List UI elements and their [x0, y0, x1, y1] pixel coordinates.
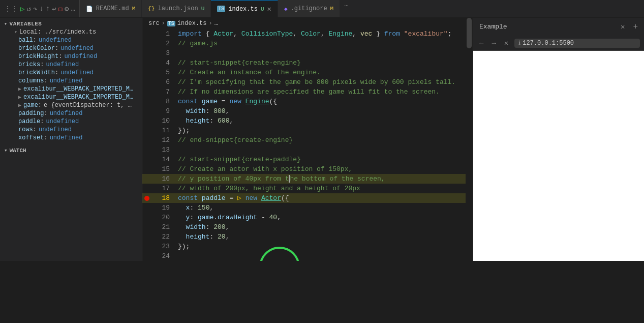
settings-icon[interactable]: ⚙ [65, 5, 69, 13]
breakpoint-area-21[interactable] [142, 222, 151, 232]
step-over-icon[interactable]: ↷ [33, 5, 37, 13]
breakpoint-area-9[interactable] [142, 106, 151, 116]
line-content-2: // game.js [176, 39, 473, 48]
code-line-17: 17 // width of 200px, height and a heigh… [142, 184, 473, 193]
line-number-24: 24 [151, 251, 176, 261]
code-line-15: 15 // Create an actor with x position of… [142, 164, 473, 174]
breadcrumb-src: src [148, 20, 160, 27]
tab-launch-json[interactable]: {} launch.json U [142, 0, 211, 17]
code-line-10: 10 height: 600, [142, 116, 473, 126]
preview-close-button[interactable]: ✕ [621, 22, 625, 31]
breakpoint-area-19[interactable] [142, 203, 151, 213]
var-excalibur2[interactable]: ▶ excalibur__WEBPACK_IMPORTED_M… [0, 93, 142, 101]
more-actions-icon[interactable]: … [71, 5, 75, 13]
breakpoint-area-14[interactable] [142, 155, 151, 164]
back-button[interactable]: ← [477, 38, 485, 48]
json-file-icon: {} [148, 6, 155, 12]
line-number-5: 5 [151, 68, 176, 77]
tab-readme-label: README.md [96, 5, 129, 12]
var-excalibur1[interactable]: ▶ excalibur__WEBPACK_IMPORTED_M… [0, 85, 142, 93]
breakpoint-area-7[interactable] [142, 87, 151, 97]
line-content-3 [176, 48, 473, 58]
watch-header[interactable]: ▾ WATCH [0, 146, 142, 155]
code-line-12: 12 // end-snippet{create-engine} [142, 135, 473, 145]
var-game[interactable]: ▶ game: e {eventDispatcher: t, … [0, 101, 142, 109]
preview-add-button[interactable]: + [633, 22, 638, 32]
var-columns[interactable]: columns: undefined [0, 77, 142, 85]
breakpoint-area-10[interactable] [142, 116, 151, 126]
breakpoint-area-24[interactable] [142, 251, 151, 261]
breakpoint-area-3[interactable] [142, 48, 151, 58]
breakpoint-area-20[interactable] [142, 213, 151, 222]
forward-button[interactable]: → [489, 38, 498, 48]
var-brickColor[interactable]: brickColor: undefined [0, 44, 142, 52]
breakpoint-dot-18 [144, 196, 149, 201]
line-number-9: 9 [151, 106, 176, 116]
var-bricks[interactable]: bricks: undefined [0, 61, 142, 69]
var-ball[interactable]: ball: undefined [0, 36, 142, 44]
breakpoint-area-12[interactable] [142, 135, 151, 145]
variables-header[interactable]: ▾ VARIABLES [0, 20, 142, 28]
tab-index-ts[interactable]: TS index.ts U ✕ [211, 0, 278, 17]
breakpoint-area-1[interactable] [142, 29, 151, 39]
breakpoint-area-13[interactable] [142, 145, 151, 155]
line-content-22: height: 20, [176, 232, 473, 242]
var-rows[interactable]: rows: undefined [0, 126, 142, 134]
readme-file-icon: 📄 [86, 6, 93, 12]
editor-scrollbar[interactable] [466, 18, 473, 261]
code-line-23: 23 }); [142, 242, 473, 251]
step-out-icon[interactable]: ↑ [46, 5, 50, 13]
url-bar[interactable]: ℹ 127.0.0.1:5500 [514, 39, 640, 48]
breakpoint-area-5[interactable] [142, 68, 151, 77]
breakpoint-area-18[interactable] [142, 193, 151, 203]
breakpoint-area-17[interactable] [142, 184, 151, 193]
line-content-18: const paddle = ▷ new Actor({ [176, 193, 473, 203]
var-brickWidth[interactable]: brickWidth: undefined [0, 69, 142, 77]
line-number-1: 1 [151, 29, 176, 39]
tab-close-button[interactable]: ✕ [267, 5, 271, 13]
var-paddle[interactable]: paddle: undefined [0, 118, 142, 126]
restart-icon[interactable]: ↺ [26, 5, 30, 13]
editor-scroll-thumb[interactable] [467, 18, 472, 48]
var-excalibur2-arrow: ▶ [18, 94, 21, 100]
debug-sidebar: ▾ VARIABLES ▾ Local: ./src/index.ts ball… [0, 18, 142, 261]
local-scope-item[interactable]: ▾ Local: ./src/index.ts [0, 28, 142, 36]
tab-gitignore[interactable]: ◆ .gitignore M [278, 0, 340, 17]
local-scope-label: Local: ./src/index.ts [19, 28, 96, 36]
stop-icon[interactable]: ◻ [58, 5, 63, 13]
line-content-19: x: 150, [176, 203, 473, 213]
continue-icon[interactable]: ↩ [52, 5, 56, 13]
var-padding[interactable]: padding: undefined [0, 109, 142, 118]
step-into-icon[interactable]: ↓ [39, 5, 43, 13]
line-content-4: // start-snippet{create-engine} [176, 58, 473, 68]
more-tabs-button[interactable]: … [340, 0, 352, 17]
breakpoint-area-16[interactable] [142, 174, 151, 184]
breadcrumb-sep2: › [208, 20, 212, 27]
breadcrumb-ts-icon: TS [167, 21, 175, 26]
breakpoint-area-4[interactable] [142, 58, 151, 68]
code-editor[interactable]: src › TS index.ts › … 1 import { Actor, … [142, 18, 473, 261]
code-line-19: 19 x: 150, [142, 203, 473, 213]
var-game-arrow: ▶ [18, 102, 21, 108]
breakpoint-area-6[interactable] [142, 77, 151, 87]
line-number-18: 18 [151, 193, 176, 203]
breakpoint-area-15[interactable] [142, 164, 151, 174]
tab-readme[interactable]: 📄 README.md M [80, 0, 142, 17]
watch-collapse-arrow: ▾ [4, 147, 8, 154]
reload-button[interactable]: ✕ [502, 38, 510, 48]
breakpoint-area-2[interactable] [142, 39, 151, 48]
breakpoint-area-23[interactable] [142, 242, 151, 251]
line-content-20: y: game.drawHeight - 40, [176, 213, 473, 222]
line-number-12: 12 [151, 135, 176, 145]
breakpoint-area-22[interactable] [142, 232, 151, 242]
run-icon[interactable]: ▷ [20, 5, 24, 13]
code-line-9: 9 width: 800, [142, 106, 473, 116]
var-excalibur1-arrow: ▶ [18, 86, 21, 92]
code-line-13: 13 [142, 145, 473, 155]
breakpoint-area-8[interactable] [142, 97, 151, 106]
var-xoffset[interactable]: xoffset: undefined [0, 134, 142, 142]
line-number-15: 15 [151, 164, 176, 174]
line-number-21: 21 [151, 222, 176, 232]
var-brickHeight[interactable]: brickHeight: undefined [0, 52, 142, 61]
breakpoint-area-11[interactable] [142, 126, 151, 135]
